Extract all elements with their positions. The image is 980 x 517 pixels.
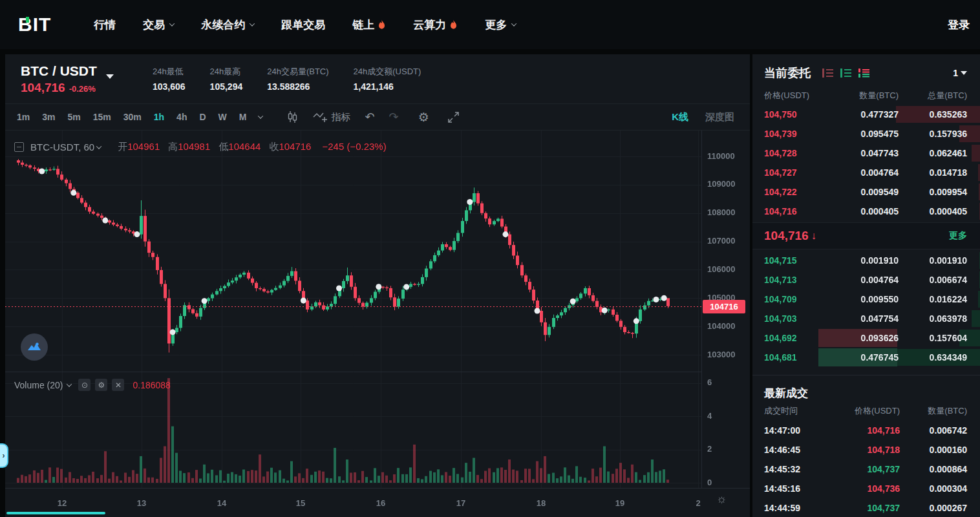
more-link[interactable]: 更多	[949, 230, 967, 242]
bid-row[interactable]: 104,7130.0047640.006674	[752, 270, 980, 290]
stat-label: 24h最低	[153, 66, 186, 78]
pair-last-price: 104,716	[21, 81, 65, 95]
volume-chevron-icon[interactable]	[67, 381, 72, 386]
order-qty: 0.009550	[822, 294, 899, 304]
precision-caret-icon	[961, 71, 967, 75]
view-bids-only-icon[interactable]	[840, 69, 851, 78]
stat-value: 105,294	[210, 81, 243, 92]
bid-row[interactable]: 104,6920.0936260.157604	[752, 328, 980, 348]
nav-item-4[interactable]: 跟单交易	[281, 17, 325, 32]
order-total: 0.006674	[899, 275, 967, 285]
nav-item-3[interactable]: 永续合约	[201, 17, 254, 32]
redo-icon[interactable]: ↷	[389, 110, 399, 124]
orderbook-panel: 当前委托 1 价格(USDT)数	[752, 54, 980, 517]
orderbook-header: 当前委托 1	[764, 59, 967, 87]
candlestick-chart-canvas[interactable]	[5, 131, 750, 517]
tab-kline[interactable]: K线	[672, 111, 688, 123]
trade-price: 104,737	[835, 503, 900, 513]
chart-horizontal-scrollbar[interactable]	[6, 512, 105, 514]
timeframe-1m[interactable]: 1m	[17, 112, 30, 122]
trades-list: 14:47:00104,7160.00674214:46:45104,7180.…	[764, 421, 967, 517]
bid-row[interactable]: 104,7090.0095500.016224	[752, 290, 980, 309]
view-asks-only-icon[interactable]	[822, 69, 833, 78]
nav-item-1[interactable]: 行情	[94, 17, 116, 32]
timeframe-W[interactable]: W	[218, 112, 227, 122]
time-axis-settings-sun-icon[interactable]: ☼	[716, 492, 727, 506]
stat-value: 13.588266	[267, 81, 328, 92]
nav-item-label: 跟单交易	[281, 17, 325, 32]
logo-accent	[26, 17, 29, 23]
volume-settings-icon[interactable]: ⚙	[95, 379, 107, 391]
chart-logo-watermark[interactable]	[21, 333, 48, 361]
left-drawer-expand-handle[interactable]: ›	[0, 443, 8, 468]
orderbook-columns: 价格(USDT)数量(BTC)总量(BTC)	[764, 87, 967, 105]
timeframe-M[interactable]: M	[239, 112, 247, 122]
ask-row[interactable]: 104,7160.0004050.000405	[752, 202, 980, 221]
login-link[interactable]: 登录	[948, 17, 970, 32]
pair-change: -0.26%	[69, 84, 96, 94]
undo-icon[interactable]: ↶	[365, 110, 374, 124]
fullscreen-icon[interactable]	[447, 111, 460, 123]
ask-row[interactable]: 104,7220.0095490.009954	[752, 182, 980, 202]
logo[interactable]: BIT	[18, 14, 51, 36]
orderbook-precision-dropdown[interactable]: 1	[953, 68, 967, 78]
timeframe-3m[interactable]: 3m	[42, 112, 55, 122]
order-total: 0.009954	[899, 187, 967, 197]
legend-change: −245 (−0.23%)	[322, 141, 386, 153]
trade-row: 14:45:32104,7370.000864	[764, 459, 967, 479]
nav-item-label: 永续合约	[201, 17, 245, 32]
nav-item-7[interactable]: 更多	[485, 17, 516, 32]
timeframe-15m[interactable]: 15m	[93, 112, 111, 122]
nav-item-5[interactable]: 链上	[352, 17, 386, 32]
top-nav: BIT 行情交易永续合约跟单交易链上云算力更多 登录	[0, 0, 980, 49]
section-divider	[752, 375, 980, 375]
timeframe-1h[interactable]: 1h	[154, 112, 164, 122]
pair-stat: 24h交易量(BTC)13.588266	[267, 66, 328, 92]
nav-caret-icon	[250, 21, 255, 26]
order-qty: 0.047754	[822, 313, 899, 324]
nav-item-6[interactable]: 云算力	[413, 17, 458, 32]
timeframe-more-chevron-icon[interactable]	[258, 113, 263, 118]
ask-row[interactable]: 104,7500.4773270.635263	[752, 105, 980, 124]
chart-settings-gear-icon[interactable]: ⚙	[418, 110, 429, 125]
ask-row[interactable]: 104,7390.0954750.157936	[752, 124, 980, 143]
view-split-icon[interactable]	[858, 69, 869, 78]
timeframe-D[interactable]: D	[199, 112, 206, 122]
last-price-axis-tag: 104716	[703, 300, 745, 313]
asks-list: 104,7500.4773270.635263104,7390.0954750.…	[764, 105, 967, 221]
order-qty: 0.047743	[822, 148, 899, 158]
volume-visibility-icon[interactable]: ⊙	[78, 379, 91, 391]
pair-stat: 24h成交额(USDT)1,421,146	[354, 66, 421, 92]
pair-selector[interactable]: BTC / USDT 104,716 -0.26%	[21, 63, 132, 95]
indicators-button[interactable]: 指标	[313, 111, 350, 123]
bid-row[interactable]: 104,6810.4767450.634349	[752, 348, 980, 367]
timeframe-5m[interactable]: 5m	[67, 112, 80, 122]
order-price: 104,703	[764, 313, 822, 324]
bid-row[interactable]: 104,7150.0019100.001910	[752, 251, 980, 270]
pair-stats: 24h最低103,60624h最高105,29424h交易量(BTC)13.58…	[153, 66, 421, 92]
nav-item-2[interactable]: 交易	[143, 17, 174, 32]
ask-row[interactable]: 104,7280.0477430.062461	[752, 143, 980, 163]
order-price: 104,713	[764, 275, 822, 285]
flame-icon	[449, 20, 458, 30]
legend-chevron-icon[interactable]	[96, 143, 101, 149]
pair-symbol: BTC / USDT	[21, 63, 97, 79]
order-price: 104,716	[764, 206, 822, 216]
timeframe-4h[interactable]: 4h	[176, 112, 187, 122]
order-total: 0.014718	[899, 167, 967, 178]
chart-area: BTC-USDT, 60 开104961 高104981 低104644 收10…	[5, 131, 750, 517]
bid-row[interactable]: 104,7030.0477540.063978	[752, 309, 980, 328]
candle-style-icon[interactable]	[286, 111, 299, 123]
trades-title: 最新成交	[764, 385, 967, 401]
pair-dropdown-caret-icon[interactable]	[106, 74, 114, 79]
legend-collapse-icon[interactable]	[14, 142, 24, 152]
ask-row[interactable]: 104,7270.0047640.014718	[752, 163, 980, 182]
order-total: 0.062461	[899, 148, 967, 158]
timeframe-30m[interactable]: 30m	[123, 112, 142, 122]
tab-depth[interactable]: 深度图	[705, 111, 734, 123]
order-price: 104,709	[764, 294, 822, 304]
nav-menu: 行情交易永续合约跟单交易链上云算力更多	[94, 17, 516, 32]
volume-remove-icon[interactable]: ✕	[112, 379, 124, 391]
stat-label: 24h成交额(USDT)	[354, 66, 421, 78]
orderbook-mid-row: 104,716 ↓ 更多	[752, 222, 980, 249]
